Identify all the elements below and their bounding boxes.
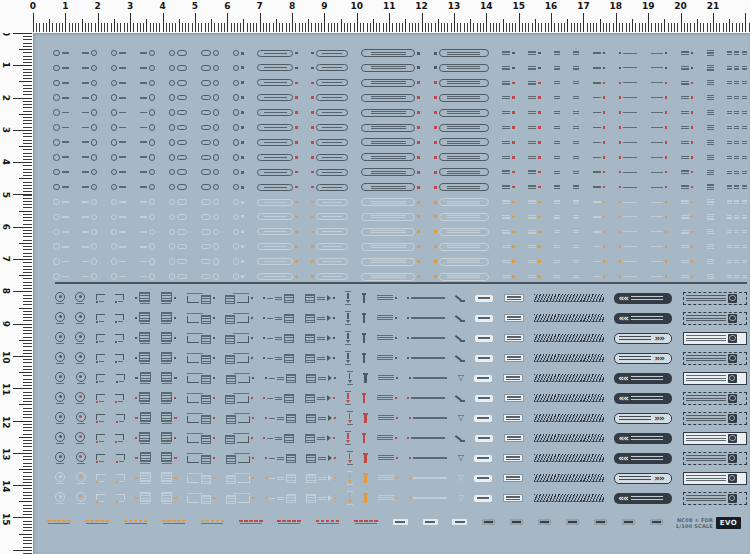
dash <box>336 520 340 522</box>
text-lines <box>707 274 714 279</box>
accent-dot <box>213 457 215 459</box>
mark <box>234 413 250 414</box>
mark <box>318 377 326 378</box>
mark <box>573 141 579 142</box>
decal-grid-caption <box>135 332 151 344</box>
mark <box>707 218 714 219</box>
mark <box>742 128 747 129</box>
decal-microcluster <box>727 111 747 114</box>
hatch-strip <box>534 454 604 462</box>
decal-gray-pill <box>566 519 579 525</box>
chevron-icon: «« <box>618 374 628 383</box>
vertical-bar <box>363 413 368 422</box>
mark <box>734 200 739 201</box>
label-plate <box>504 294 524 302</box>
mark <box>371 188 406 189</box>
circle-mark <box>213 199 220 206</box>
decal-circle-text <box>53 214 69 221</box>
text-lines <box>573 156 579 159</box>
mark <box>727 203 732 204</box>
circle-mark <box>91 258 98 265</box>
mark <box>447 156 480 157</box>
decal-white-rect <box>504 394 524 402</box>
bracket-panel <box>187 453 211 464</box>
label-plate <box>503 414 523 422</box>
mark <box>707 263 714 264</box>
mark <box>554 217 560 218</box>
accent-dot <box>434 156 437 159</box>
ruler-number: 10 <box>351 1 364 11</box>
angle-mark <box>456 394 465 403</box>
mark <box>528 66 536 67</box>
accent-dot <box>434 201 437 204</box>
decal-target-roundel <box>55 332 65 344</box>
accent-dot <box>116 481 118 483</box>
mark <box>528 200 536 201</box>
mark <box>82 231 89 233</box>
decal-microcluster <box>727 200 747 203</box>
chevron-icon: «« <box>618 314 628 323</box>
bracket-line <box>187 476 199 483</box>
text-lines <box>734 245 739 248</box>
accent-dot <box>135 417 138 420</box>
mark <box>506 376 520 377</box>
text-lines <box>502 230 510 234</box>
circle-mark <box>53 94 60 101</box>
decal-text2-dot <box>528 111 541 115</box>
mark <box>502 203 510 204</box>
mark <box>502 230 510 231</box>
decal-circle-text <box>53 258 69 265</box>
mark <box>631 496 663 497</box>
roundel <box>75 332 85 344</box>
decal-grid-caption <box>135 292 151 304</box>
spec-plate <box>683 332 747 345</box>
bracket <box>116 454 125 463</box>
accent-dot <box>665 126 668 129</box>
decal-row-top <box>53 226 747 238</box>
text-lines <box>727 81 732 84</box>
circle-mark <box>213 258 220 265</box>
accent-dot <box>603 245 606 248</box>
accent-dot <box>295 82 298 85</box>
decal-chevron-bar: «« <box>614 493 672 504</box>
accent-dot <box>395 317 397 319</box>
pill-mark <box>177 259 187 265</box>
mark <box>707 99 714 100</box>
mark <box>707 274 714 275</box>
text-lines <box>686 495 726 501</box>
caption <box>139 352 150 364</box>
roundel-core <box>79 495 82 498</box>
decal-textblock-dot <box>378 475 398 482</box>
mark <box>140 216 147 218</box>
mark <box>277 459 284 460</box>
mark <box>681 83 689 84</box>
text-lines <box>554 126 560 129</box>
triangle-mark: ▽ <box>458 454 464 462</box>
caption <box>96 341 104 343</box>
decal-dot-longpill <box>434 64 489 72</box>
mark <box>318 459 326 460</box>
roundel <box>75 312 85 324</box>
decal-microtext <box>573 260 579 263</box>
mark <box>317 397 325 398</box>
mark <box>99 441 104 442</box>
mark <box>707 199 714 200</box>
spec-plate <box>683 352 747 365</box>
mark <box>623 142 637 143</box>
dash-row <box>85 520 109 522</box>
caption <box>96 441 104 443</box>
decal-chevron-bar: »» <box>614 473 672 484</box>
ruler-number: 13 <box>1 448 11 458</box>
mark <box>681 275 689 276</box>
text-lines <box>528 170 536 174</box>
mark <box>477 417 489 419</box>
caption <box>96 401 104 403</box>
mark <box>318 497 326 498</box>
decal-dashed-plate <box>683 292 747 305</box>
circle-mark <box>213 124 220 131</box>
decal-target-filled <box>75 392 85 404</box>
circle-mark <box>111 124 118 131</box>
decal-wide-bracket-alt <box>226 473 254 484</box>
mark <box>447 126 480 127</box>
circle-mark <box>213 65 220 72</box>
